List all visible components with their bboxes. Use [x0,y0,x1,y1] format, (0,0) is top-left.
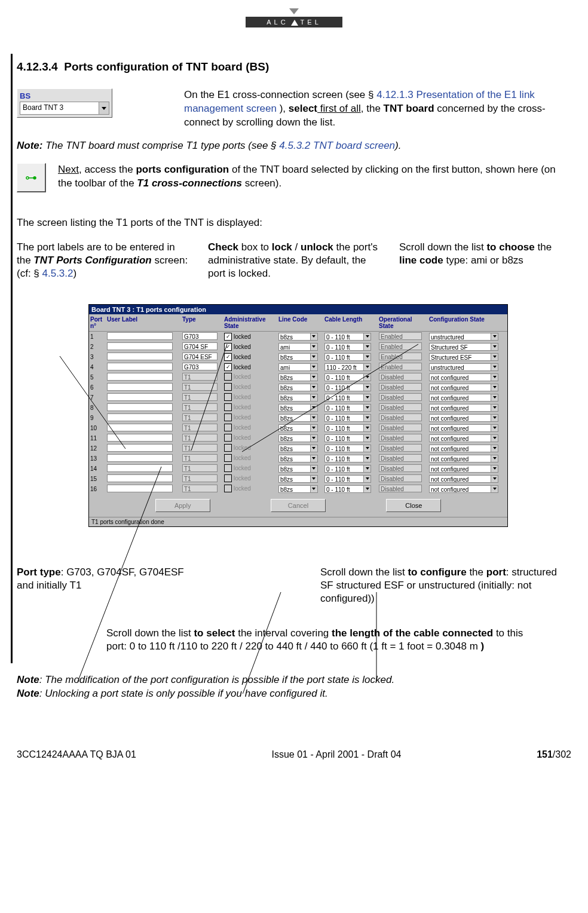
cable-length-select[interactable]: 0 - 110 ft [324,333,371,341]
chevron-down-icon[interactable] [310,405,317,411]
chevron-down-icon[interactable] [491,384,498,391]
chevron-down-icon[interactable] [363,445,370,452]
chevron-down-icon[interactable] [310,476,317,482]
close-button[interactable]: Close [386,499,441,512]
cable-length-select[interactable]: 0 - 110 ft [324,465,371,473]
line-code-select[interactable]: ami [278,363,318,371]
chevron-down-icon[interactable] [363,405,370,411]
config-state-select[interactable]: not configured [429,465,498,473]
line-code-select[interactable]: b8zs [278,445,318,452]
user-label-input[interactable] [107,485,173,492]
chevron-down-icon[interactable] [363,344,370,350]
user-label-input[interactable] [107,444,173,452]
config-state-select[interactable]: not configured [429,404,498,412]
user-label-input[interactable] [107,363,173,370]
chevron-down-icon[interactable] [491,465,498,472]
chevron-down-icon[interactable] [363,364,370,370]
chevron-down-icon[interactable] [491,394,498,401]
user-label-input[interactable] [107,403,173,411]
config-state-select[interactable]: Structured ESF [429,353,498,361]
user-label-input[interactable] [107,353,173,360]
chevron-down-icon[interactable] [491,344,498,350]
chevron-down-icon[interactable] [310,384,317,391]
cable-length-select[interactable]: 0 - 110 ft [324,404,371,412]
apply-button[interactable]: Apply [155,499,210,512]
cable-length-select[interactable]: 0 - 110 ft [324,475,371,483]
user-label-input[interactable] [107,342,173,350]
user-label-input[interactable] [107,413,173,421]
user-label-input[interactable] [107,464,173,472]
line-code-select[interactable]: b8zs [278,373,318,381]
chevron-down-icon[interactable] [491,476,498,482]
chevron-down-icon[interactable] [491,425,498,431]
config-state-select[interactable]: not configured [429,414,498,422]
chevron-down-icon[interactable] [310,364,317,370]
chevron-down-icon[interactable] [363,333,370,340]
line-code-select[interactable]: b8zs [278,333,318,341]
chevron-down-icon[interactable] [363,394,370,401]
user-label-input[interactable] [107,373,173,381]
config-state-select[interactable]: unstructured [429,363,498,371]
chevron-down-icon[interactable] [99,102,109,114]
config-state-select[interactable]: not configured [429,373,498,381]
line-code-select[interactable]: b8zs [278,465,318,473]
user-label-input[interactable] [107,332,173,340]
chevron-down-icon[interactable] [363,384,370,391]
cable-length-select[interactable]: 0 - 110 ft [324,455,371,462]
line-code-select[interactable]: b8zs [278,384,318,391]
cable-length-select[interactable]: 0 - 110 ft [324,373,371,381]
user-label-input[interactable] [107,434,173,442]
chevron-down-icon[interactable] [310,394,317,401]
chevron-down-icon[interactable] [491,354,498,360]
chevron-down-icon[interactable] [491,374,498,381]
cable-length-select[interactable]: 0 - 110 ft [324,343,371,351]
config-state-select[interactable]: not configured [429,434,498,442]
admin-state-checkbox[interactable]: ✓locked [224,333,251,341]
chevron-down-icon[interactable] [310,415,317,421]
chevron-down-icon[interactable] [491,486,498,492]
config-state-select[interactable]: unstructured [429,333,498,341]
chevron-down-icon[interactable] [491,435,498,442]
chevron-down-icon[interactable] [363,354,370,360]
chevron-down-icon[interactable] [363,425,370,431]
config-state-select[interactable]: not configured [429,445,498,452]
line-code-select[interactable]: ami [278,343,318,351]
cable-length-select[interactable]: 0 - 110 ft [324,353,371,361]
chevron-down-icon[interactable] [310,465,317,472]
line-code-select[interactable]: b8zs [278,394,318,402]
chevron-down-icon[interactable] [363,415,370,421]
admin-state-checkbox[interactable]: ✓locked [224,343,251,351]
chevron-down-icon[interactable] [310,333,317,340]
chevron-down-icon[interactable] [491,415,498,421]
admin-state-checkbox[interactable]: ✓locked [224,363,251,371]
chevron-down-icon[interactable] [363,455,370,462]
config-state-select[interactable]: not configured [429,384,498,391]
chevron-down-icon[interactable] [310,344,317,350]
line-code-select[interactable]: b8zs [278,424,318,432]
chevron-down-icon[interactable] [310,374,317,381]
config-state-select[interactable]: not configured [429,455,498,462]
config-state-select[interactable]: not configured [429,485,498,493]
chevron-down-icon[interactable] [363,374,370,381]
chevron-down-icon[interactable] [310,425,317,431]
line-code-select[interactable]: b8zs [278,475,318,483]
chevron-down-icon[interactable] [491,405,498,411]
chevron-down-icon[interactable] [363,486,370,492]
line-code-select[interactable]: b8zs [278,414,318,422]
cable-length-select[interactable]: 0 - 110 ft [324,414,371,422]
user-label-input[interactable] [107,424,173,431]
user-label-input[interactable] [107,454,173,462]
user-label-input[interactable] [107,474,173,482]
cable-length-select[interactable]: 0 - 110 ft [324,394,371,402]
admin-state-checkbox[interactable]: ✓locked [224,353,251,361]
config-state-select[interactable]: not configured [429,475,498,483]
chevron-down-icon[interactable] [491,455,498,462]
line-code-select[interactable]: b8zs [278,434,318,442]
user-label-input[interactable] [107,383,173,391]
chevron-down-icon[interactable] [310,455,317,462]
cable-length-select[interactable]: 0 - 110 ft [324,485,371,493]
chevron-down-icon[interactable] [310,445,317,452]
config-state-select[interactable]: Structured SF [429,343,498,351]
user-label-input[interactable] [107,393,173,401]
cable-length-select[interactable]: 0 - 110 ft [324,445,371,452]
